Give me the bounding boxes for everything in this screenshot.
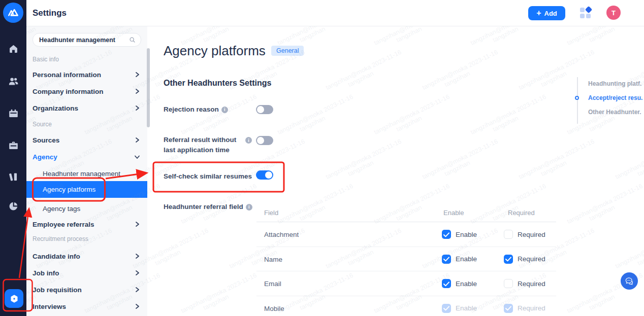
- sidebar-item-job-info[interactable]: Job info: [26, 267, 147, 279]
- sidebar-item-label: Personal information: [33, 71, 101, 79]
- sidebar-scrollbar[interactable]: [147, 48, 150, 127]
- sidebar-item-company-information[interactable]: Company information: [26, 85, 147, 97]
- app-window: Settings + Add T Basic info Personal inf…: [0, 0, 644, 316]
- pie-chart-icon: [8, 201, 19, 212]
- sidebar-item-label: Job info: [33, 269, 59, 277]
- self-check-label: Self-check similar resumes: [164, 171, 252, 182]
- rejection-reason-label: Rejection reasoni: [164, 104, 228, 115]
- referral-field-label: Headhunter referral fieldi: [164, 202, 252, 212]
- self-check-toggle[interactable]: [256, 170, 273, 180]
- plus-icon: +: [536, 9, 541, 17]
- sidebar-item-job-requisition[interactable]: Job requisition: [26, 284, 147, 296]
- table-row-mobile: Mobile Enable Required: [256, 296, 556, 316]
- calendar-icon: [8, 108, 19, 119]
- sidebar-section-recruitment-process: Recruitment process: [33, 235, 88, 242]
- settings-nav-button[interactable]: [5, 289, 23, 308]
- sidebar-item-organizations[interactable]: Organizations: [26, 102, 147, 114]
- section-heading: Other Headhunters Settings: [164, 79, 271, 88]
- sidebar-item-sources[interactable]: Sources: [26, 134, 147, 146]
- grid-square: [586, 14, 591, 18]
- sidebar-item-label: Agency: [33, 153, 57, 161]
- user-avatar[interactable]: T: [606, 6, 621, 20]
- toggle-knob: [257, 106, 264, 113]
- checkbox-label: Required: [518, 255, 545, 263]
- checkbox-checked-disabled-icon: [504, 304, 513, 313]
- referral-result-toggle[interactable]: [256, 136, 273, 145]
- gear-icon: [9, 294, 19, 304]
- required-checkbox-mobile-disabled: Required: [504, 304, 545, 313]
- required-checkbox-attachment[interactable]: Required: [504, 230, 545, 239]
- column-header-enable: Enable: [443, 209, 464, 217]
- chevron-right-icon: [134, 88, 140, 94]
- checkbox-checked-icon: [442, 230, 451, 239]
- chevron-right-icon: [134, 253, 140, 259]
- anchor-headhunting-platform[interactable]: Headhunting platf.: [588, 80, 641, 87]
- enable-checkbox-attachment[interactable]: Enable: [442, 230, 477, 239]
- moka-logo[interactable]: [3, 3, 23, 23]
- table-row-name: Name Enable Required: [256, 247, 556, 272]
- rail-home[interactable]: [0, 39, 26, 59]
- settings-sidebar: Basic info Personal information Company …: [26, 26, 147, 316]
- required-checkbox-email[interactable]: Required: [504, 279, 545, 288]
- rail-jobs[interactable]: [0, 135, 26, 155]
- table-header: Field Enable Required: [256, 205, 556, 222]
- sidebar-item-label: Interviews: [33, 303, 66, 310]
- anchor-accept-reject-resume[interactable]: Accept/reject resu.: [588, 94, 642, 101]
- avatar-initial: T: [611, 9, 616, 17]
- info-icon[interactable]: i: [221, 107, 228, 113]
- add-button[interactable]: + Add: [528, 6, 565, 20]
- info-icon[interactable]: i: [246, 204, 252, 210]
- grid-diamond: [585, 6, 592, 13]
- chat-bubbles-icon: [624, 276, 634, 286]
- checkbox-label: Enable: [456, 255, 477, 263]
- sidebar-item-personal-information[interactable]: Personal information: [26, 68, 147, 81]
- required-checkbox-name[interactable]: Required: [504, 255, 545, 264]
- sidebar-item-employee-referrals[interactable]: Employee referrals: [26, 218, 147, 230]
- rejection-reason-toggle[interactable]: [256, 105, 273, 114]
- checkbox-label: Enable: [456, 304, 477, 312]
- support-chat-button[interactable]: [621, 272, 638, 290]
- sidebar-item-headhunter-management[interactable]: Headhunter management: [26, 167, 147, 180]
- sidebar-search[interactable]: [33, 33, 141, 47]
- checkbox-checked-disabled-icon: [442, 304, 451, 313]
- users-icon: [8, 76, 19, 87]
- rail-library[interactable]: [0, 166, 26, 187]
- checkbox-checked-icon: [442, 279, 451, 288]
- rail-reports[interactable]: [0, 196, 26, 216]
- anchor-nav-line: [577, 77, 578, 124]
- chevron-right-icon: [134, 72, 140, 78]
- search-input[interactable]: [39, 37, 129, 44]
- sidebar-item-agency-platforms[interactable]: Agency platforms: [26, 181, 147, 198]
- table-row-attachment: Attachment Enable Required: [256, 222, 556, 247]
- sidebar-section-source: Source: [33, 121, 52, 128]
- rail-candidates[interactable]: [0, 71, 26, 91]
- rail-calendar[interactable]: [0, 103, 26, 123]
- enable-checkbox-email[interactable]: Enable: [442, 279, 477, 288]
- app-switcher-icon[interactable]: [580, 7, 592, 19]
- field-name: Attachment: [264, 231, 299, 238]
- sidebar-item-label: Employee referrals: [33, 221, 94, 228]
- checkbox-label: Enable: [456, 231, 477, 238]
- checkbox-label: Required: [518, 304, 545, 312]
- sidebar-item-interviews[interactable]: Interviews: [26, 300, 147, 312]
- sidebar-item-label: Job requisition: [33, 286, 82, 294]
- field-name: Name: [264, 256, 282, 263]
- main-content: Agency platforms General Other Headhunte…: [147, 26, 644, 316]
- icon-rail: [0, 0, 26, 316]
- library-books-icon: [8, 171, 19, 182]
- chevron-right-icon: [134, 303, 140, 309]
- toggle-knob: [257, 137, 264, 144]
- checkbox-label: Required: [518, 231, 545, 238]
- mountain-logo-icon: [7, 6, 20, 19]
- sidebar-item-label: Agency platforms: [43, 186, 95, 193]
- sidebar-item-candidate-info[interactable]: Candidate info: [26, 250, 147, 262]
- anchor-active-dot: [575, 96, 579, 100]
- enable-checkbox-name[interactable]: Enable: [442, 255, 477, 264]
- sidebar-section-basic-info: Basic info: [33, 56, 59, 63]
- sidebar-item-agency[interactable]: Agency: [26, 151, 147, 163]
- anchor-other-headhunter[interactable]: Other Headhunter.: [588, 109, 641, 116]
- sidebar-item-agency-tags[interactable]: Agency tags: [26, 202, 147, 215]
- sidebar-item-label: Organizations: [33, 104, 78, 112]
- info-icon[interactable]: i: [245, 137, 252, 144]
- field-name: Email: [264, 280, 281, 288]
